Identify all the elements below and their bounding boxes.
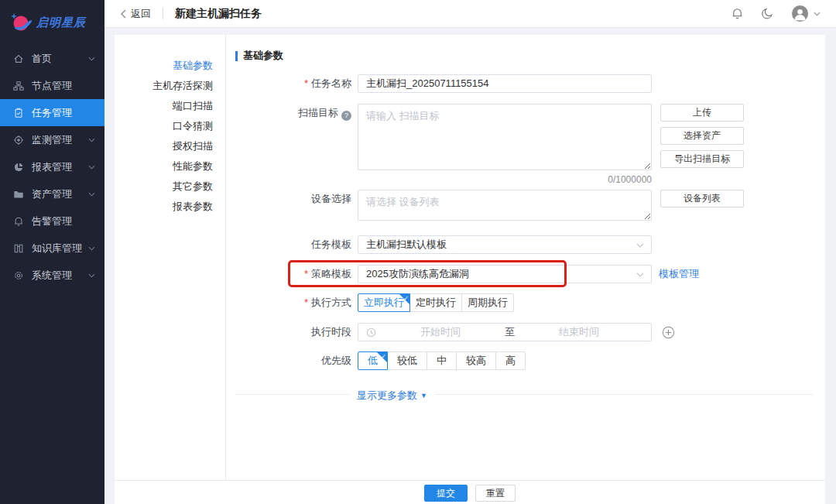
priority-label: 优先级: [235, 351, 351, 370]
policy-template-row: *策略模板 2025攻防演练高危漏洞 模板管理: [235, 265, 813, 283]
sidebar-item-label: 知识库管理: [32, 242, 88, 255]
sidebar-item-alerts[interactable]: 告警管理: [0, 207, 104, 235]
time-range-input[interactable]: 开始时间 至 结束时间: [358, 323, 652, 341]
show-more-params-link[interactable]: 显示更多参数 ▼: [349, 389, 435, 403]
venustech-logo-icon: [9, 12, 33, 33]
sidebar-item-label: 首页: [32, 52, 88, 66]
exec-periodic-option[interactable]: 周期执行: [461, 293, 514, 312]
brand-name: 启明星辰: [36, 15, 86, 30]
scan-target-row: 扫描目标? 0/1000000 上传 选择资产 导出扫描目标: [235, 104, 813, 185]
required-marker: *: [304, 268, 308, 279]
priority-lower-option[interactable]: 较低: [387, 351, 427, 370]
device-select-row: 设备选择 设备列表: [235, 190, 813, 223]
device-select-textarea[interactable]: [358, 190, 652, 221]
task-management-icon: [13, 108, 24, 118]
exec-mode-label: *执行方式: [235, 293, 351, 312]
sidebar-item-label: 任务管理: [32, 106, 95, 120]
dark-mode-moon-icon[interactable]: [761, 7, 774, 20]
chevron-down-icon: [88, 192, 95, 197]
chevron-down-icon: [88, 57, 95, 61]
required-marker: *: [304, 77, 308, 89]
device-buttons: 设备列表: [660, 190, 744, 207]
exec-mode-group: 立即执行 定时执行 周期执行: [358, 293, 514, 312]
sidebar-item-system[interactable]: 系统管理: [0, 262, 104, 289]
priority-high-option[interactable]: 高: [495, 351, 526, 370]
tab-other-params[interactable]: 其它参数: [115, 177, 225, 197]
sidebar-item-label: 系统管理: [32, 269, 88, 283]
required-marker: *: [304, 297, 308, 308]
tab-basic-params[interactable]: 基础参数: [115, 56, 225, 76]
char-counter: 0/1000000: [358, 174, 652, 185]
tab-password-guess[interactable]: 口令猜测: [115, 116, 225, 136]
priority-higher-option[interactable]: 较高: [456, 351, 496, 370]
task-template-row: 任务模板 主机漏扫默认模板: [235, 235, 813, 254]
parameter-tabs: 基础参数 主机存活探测 端口扫描 口令猜测 授权扫描 性能参数 其它参数 报表参…: [115, 35, 226, 480]
exec-scheduled-option[interactable]: 定时执行: [409, 293, 462, 312]
priority-group: 低 较低 中 较高 高: [358, 351, 526, 370]
add-period-button[interactable]: [662, 323, 675, 341]
device-list-button[interactable]: 设备列表: [660, 190, 744, 207]
chevron-down-icon: [636, 243, 644, 248]
sidebar-nav: 首页 节点管理 任务管理 监测管理 报表管理: [0, 45, 104, 289]
tab-performance-params[interactable]: 性能参数: [115, 156, 225, 177]
template-manage-link[interactable]: 模板管理: [659, 265, 699, 283]
sidebar-item-knowledge-base[interactable]: 知识库管理: [0, 235, 104, 262]
tab-port-scan[interactable]: 端口扫描: [115, 96, 225, 116]
avatar: [791, 5, 809, 22]
end-time-placeholder: 结束时间: [515, 325, 643, 339]
sidebar-item-nodes[interactable]: 节点管理: [0, 72, 104, 99]
submit-button[interactable]: 提交: [424, 485, 468, 502]
notification-bell-icon[interactable]: [731, 7, 744, 20]
more-params-divider: 显示更多参数 ▼: [235, 389, 813, 399]
upload-button[interactable]: 上传: [660, 104, 744, 122]
priority-row: 优先级 低 较低 中 较高 高: [235, 351, 813, 370]
time-separator: 至: [505, 325, 515, 339]
clock-icon: [366, 327, 376, 338]
node-management-icon: [13, 81, 24, 91]
tab-host-alive-detection[interactable]: 主机存活探测: [115, 76, 225, 96]
sidebar-item-label: 节点管理: [32, 79, 95, 93]
user-menu[interactable]: [791, 5, 821, 22]
exec-immediate-option[interactable]: 立即执行: [358, 293, 410, 312]
section-accent-bar: [235, 51, 238, 61]
chevron-down-icon: [88, 165, 95, 170]
back-button[interactable]: 返回: [120, 7, 151, 21]
scan-target-label: 扫描目标?: [235, 104, 351, 122]
sidebar-item-reports[interactable]: 报表管理: [0, 153, 104, 180]
scan-target-buttons: 上传 选择资产 导出扫描目标: [660, 104, 744, 168]
main-area: 返回 新建主机漏扫任务: [104, 0, 836, 504]
scan-target-textarea[interactable]: [358, 104, 652, 170]
app-window: 启明星辰 首页 节点管理 任务管理 监测管理: [0, 0, 836, 504]
tab-authorized-scan[interactable]: 授权扫描: [115, 136, 225, 156]
reset-button[interactable]: 重置: [475, 485, 516, 502]
chevron-down-icon: [88, 138, 95, 142]
sidebar-item-monitoring[interactable]: 监测管理: [0, 126, 104, 153]
priority-low-option[interactable]: 低: [358, 351, 388, 370]
priority-medium-option[interactable]: 中: [427, 351, 457, 370]
sidebar-item-assets[interactable]: 资产管理: [0, 180, 104, 207]
monitor-management-icon: [13, 135, 24, 146]
policy-template-select[interactable]: 2025攻防演练高危漏洞: [358, 265, 652, 283]
device-select-label: 设备选择: [235, 190, 351, 208]
report-management-icon: [13, 162, 24, 173]
task-name-input[interactable]: [358, 74, 652, 93]
content: 基础参数 主机存活探测 端口扫描 口令猜测 授权扫描 性能参数 其它参数 报表参…: [104, 28, 836, 504]
exec-period-label: 执行时段: [235, 323, 351, 341]
sidebar-item-home[interactable]: 首页: [0, 45, 104, 72]
select-asset-button[interactable]: 选择资产: [660, 127, 744, 145]
exec-mode-row: *执行方式 立即执行 定时执行 周期执行: [235, 293, 813, 312]
divider-line: [235, 394, 813, 395]
sidebar-item-tasks[interactable]: 任务管理: [0, 99, 104, 126]
task-template-label: 任务模板: [235, 235, 351, 254]
alarm-bell-icon: [13, 216, 24, 227]
knowledge-base-icon: [13, 243, 24, 254]
task-template-select[interactable]: 主机漏扫默认模板: [358, 235, 652, 254]
basic-params-form: 基础参数 *任务名称: [226, 35, 825, 480]
exec-period-row: 执行时段 开始时间 至 结束时间: [235, 323, 813, 341]
export-scan-target-button[interactable]: 导出扫描目标: [660, 150, 744, 168]
help-icon[interactable]: ?: [341, 111, 351, 121]
task-name-row: *任务名称: [235, 74, 813, 93]
tab-report-params[interactable]: 报表参数: [115, 197, 225, 217]
chevron-down-icon: [814, 12, 821, 16]
home-icon: [13, 53, 24, 64]
